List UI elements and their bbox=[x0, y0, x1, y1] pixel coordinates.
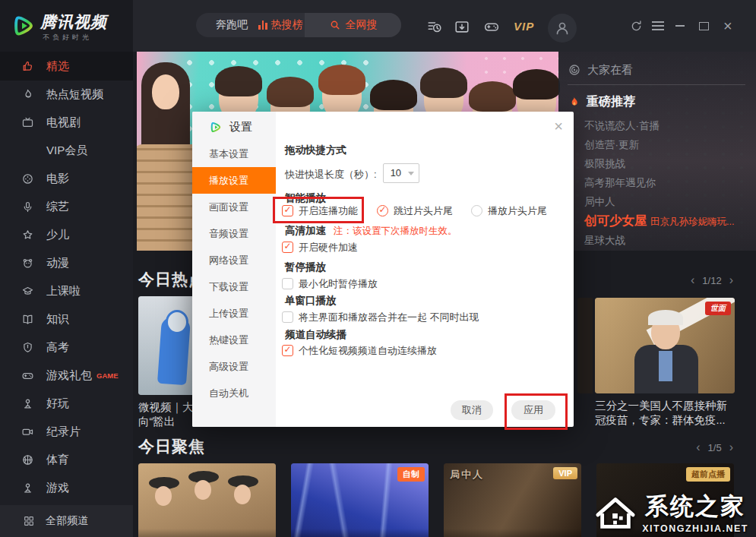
sidebar-item-gaokao[interactable]: 高考 bbox=[0, 333, 133, 362]
prev-icon[interactable]: ‹ bbox=[691, 273, 694, 287]
dialog-close-icon[interactable]: × bbox=[554, 118, 563, 135]
merge-window-checkbox[interactable]: 将主界面和播放器合并在一起 不同时出现 bbox=[282, 311, 479, 324]
vip-button[interactable]: VIP bbox=[514, 20, 534, 33]
focus-card[interactable]: 局中人 VIP 更新至12集 bbox=[444, 463, 581, 537]
watching-item[interactable]: 局中人 bbox=[568, 192, 745, 211]
sidebar-item-games[interactable]: 游戏 bbox=[0, 474, 133, 502]
focus-card[interactable]: 2020-06-28 期 bbox=[138, 463, 276, 537]
sidebar-item-knowledge[interactable]: 知识 bbox=[0, 305, 133, 333]
hot-card-right[interactable]: 世面 bbox=[595, 298, 735, 393]
partial-card-edge bbox=[577, 298, 593, 393]
maximize-button[interactable] bbox=[699, 0, 709, 52]
tab-network-settings[interactable]: 网络设置 bbox=[192, 247, 276, 273]
watching-item[interactable]: 极限挑战 bbox=[568, 154, 745, 173]
apply-button[interactable]: 应用 bbox=[511, 400, 555, 420]
sidebar-item-anime[interactable]: 动漫 bbox=[0, 249, 133, 277]
tab-picture-settings[interactable]: 画面设置 bbox=[192, 194, 276, 220]
refresh-button[interactable] bbox=[629, 0, 644, 52]
joystick-icon bbox=[21, 397, 34, 410]
advance-viewing-badge: 超前点播 bbox=[686, 467, 730, 482]
next-icon[interactable]: › bbox=[729, 273, 733, 287]
hot-pagination: ‹ 1/12 › bbox=[691, 273, 733, 287]
personalized-autoplay-checkbox[interactable]: 个性化短视频频道自动连续播放 bbox=[282, 344, 437, 358]
history-icon[interactable] bbox=[426, 18, 443, 35]
seek-length-dropdown[interactable]: 10 bbox=[383, 163, 419, 183]
hw-accel-checkbox[interactable]: 开启硬件加速 bbox=[282, 241, 358, 254]
download-icon[interactable] bbox=[454, 18, 470, 35]
tab-upload-settings[interactable]: 上传设置 bbox=[192, 300, 276, 327]
tab-basic-settings[interactable]: 基本设置 bbox=[192, 141, 276, 167]
featured-recommendation[interactable]: 重磅推荐 bbox=[568, 92, 745, 112]
watermark: 系统之家 XITONGZHIJIA.NET bbox=[595, 491, 748, 534]
sidebar-item-tv-series[interactable]: 电视剧 bbox=[0, 109, 133, 137]
watching-item[interactable]: 星球大战 bbox=[568, 231, 745, 250]
focus-card[interactable]: 自制 2020-06-21 期 bbox=[291, 463, 429, 537]
watching-item[interactable]: 高考那年遇见你 bbox=[568, 173, 745, 192]
cancel-button[interactable]: 取消 bbox=[451, 400, 493, 420]
sidebar-item-documentary[interactable]: 纪录片 bbox=[0, 418, 133, 446]
sidebar-item-kids[interactable]: 少儿 bbox=[0, 221, 133, 249]
house-logo-icon bbox=[595, 491, 636, 533]
avatar[interactable] bbox=[548, 14, 577, 43]
autoplay-checkbox[interactable]: 开启连播功能 bbox=[282, 205, 358, 216]
tab-hotkey-settings[interactable]: 热键设置 bbox=[192, 327, 276, 353]
drag-shortcut-header: 拖动快捷方式 bbox=[285, 144, 346, 157]
search-keyword[interactable]: 奔跑吧 bbox=[216, 18, 248, 32]
sidebar-label: VIP会员 bbox=[46, 144, 87, 158]
personalized-autoplay-label: 个性化短视频频道自动连续播放 bbox=[299, 345, 437, 356]
game-center-icon[interactable] bbox=[483, 18, 500, 35]
sidebar-item-variety[interactable]: 综艺 bbox=[0, 193, 133, 221]
sidebar-item-class[interactable]: 上课啦 bbox=[0, 277, 133, 305]
global-search-button[interactable]: 全网搜 bbox=[305, 13, 401, 37]
gamepad-icon bbox=[21, 369, 34, 382]
highlight-title: 创可少女屋 bbox=[584, 213, 647, 227]
minimize-button[interactable] bbox=[675, 0, 685, 52]
checkbox-icon bbox=[282, 311, 293, 323]
watching-item[interactable]: 创造营·更新 bbox=[568, 135, 745, 154]
sidebar-item-sports[interactable]: 体育 bbox=[0, 446, 133, 474]
video-camera-icon bbox=[21, 425, 34, 438]
app-logo[interactable]: 腾讯视频 不负好时光 bbox=[0, 0, 133, 52]
play-credits-radio[interactable]: 播放片头片尾 bbox=[471, 204, 547, 218]
autoplay-label: 开启连播功能 bbox=[299, 205, 358, 216]
tab-advanced-settings[interactable]: 高级设置 bbox=[192, 353, 276, 380]
sidebar-label: 游戏 bbox=[46, 481, 69, 495]
tab-playback-settings[interactable]: 播放设置 bbox=[192, 167, 276, 194]
smart-play-options: 开启连播功能 跳过片头片尾 播放片头片尾 bbox=[282, 204, 358, 218]
search-bar[interactable]: 奔跑吧 热搜榜 全网搜 bbox=[196, 13, 401, 37]
settings-tab-column: 设置 基本设置 播放设置 画面设置 音频设置 网络设置 下载设置 上传设置 热键… bbox=[192, 112, 276, 427]
sidebar-item-featured[interactable]: 精选 bbox=[0, 52, 133, 81]
smart-play-header: 智能播放 bbox=[285, 191, 326, 205]
brand-name: 腾讯视频 bbox=[40, 11, 107, 33]
sidebar-item-game-pack[interactable]: 游戏礼包 GAME bbox=[0, 362, 133, 390]
watermark-site: XITONGZHIJIA.NET bbox=[642, 523, 748, 534]
close-icon[interactable]: × bbox=[723, 0, 732, 52]
all-channels-button[interactable]: 全部频道 bbox=[0, 505, 133, 537]
hot-rank-button[interactable]: 热搜榜 bbox=[258, 18, 303, 32]
tab-audio-settings[interactable]: 音频设置 bbox=[192, 220, 276, 247]
featured-label: 重磅推荐 bbox=[587, 94, 635, 110]
next-icon[interactable]: › bbox=[729, 441, 733, 454]
watching-item[interactable]: 不说谎恋人·首播 bbox=[568, 116, 745, 135]
settings-tabs: 基本设置 播放设置 画面设置 音频设置 网络设置 下载设置 上传设置 热键设置 … bbox=[192, 141, 276, 406]
minimize-pause-checkbox[interactable]: 最小化时暂停播放 bbox=[282, 277, 378, 291]
sidebar-item-hot-shorts[interactable]: 热点短视频 bbox=[0, 81, 133, 109]
sidebar-item-movies[interactable]: 电影 bbox=[0, 165, 133, 193]
prev-icon[interactable]: ‹ bbox=[696, 441, 700, 454]
hot-card-caption[interactable]: 三分之一美国人不愿接种新冠疫苗，专家：群体免疫... bbox=[595, 399, 736, 428]
main-menu-icon[interactable] bbox=[652, 0, 664, 52]
sidebar-item-fun[interactable]: 好玩 bbox=[0, 390, 133, 418]
channel-badge: 世面 bbox=[705, 302, 731, 315]
sidebar-item-vip-member[interactable]: VIP会员 bbox=[0, 137, 133, 165]
checkbox-icon bbox=[282, 345, 293, 356]
tencent-video-logo-icon bbox=[209, 120, 223, 134]
watching-item-highlighted[interactable]: 创可少女屋 田京凡孙珍妮嗨玩... bbox=[568, 211, 745, 231]
tab-auto-shutdown[interactable]: 自动关机 bbox=[192, 380, 276, 406]
seek-length-value: 10 bbox=[391, 167, 401, 178]
skip-credits-radio[interactable]: 跳过片头片尾 bbox=[377, 204, 453, 218]
sidebar-label: 电视剧 bbox=[46, 115, 81, 130]
tab-download-settings[interactable]: 下载设置 bbox=[192, 273, 276, 300]
sidebar-label: 知识 bbox=[46, 312, 69, 327]
focus-card-thumbnail: 2020-06-28 期 bbox=[138, 463, 276, 537]
focus-card-thumbnail: 自制 2020-06-21 期 bbox=[291, 463, 429, 537]
